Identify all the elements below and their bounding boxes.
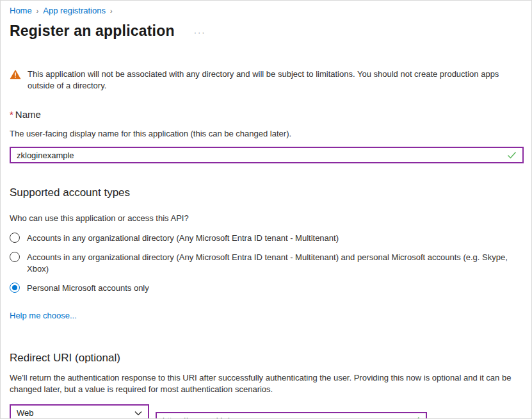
radio-option-label: Personal Microsoft accounts only — [27, 283, 149, 294]
platform-select-value: Web — [17, 408, 34, 418]
breadcrumb-home-link[interactable]: Home — [10, 6, 32, 16]
name-field-description: The user-facing display name for this ap… — [10, 129, 522, 139]
chevron-right-icon: › — [110, 6, 113, 16]
radio-option-multitenant-personal[interactable]: Accounts in any organizational directory… — [10, 252, 522, 275]
valid-check-icon — [507, 151, 517, 159]
warning-text: This application will not be associated … — [28, 69, 522, 92]
radio-option-multitenant[interactable]: Accounts in any organizational directory… — [10, 233, 522, 244]
register-application-page: Home › App registrations › Register an a… — [0, 0, 532, 419]
platform-select[interactable]: Web — [10, 404, 149, 419]
warning-banner: This application will not be associated … — [10, 69, 522, 92]
valid-check-icon — [410, 416, 420, 419]
chevron-down-icon — [134, 407, 142, 418]
radio-option-label: Accounts in any organizational directory… — [27, 252, 521, 275]
chevron-right-icon: › — [36, 6, 39, 16]
name-input-value: zkloginexample — [17, 151, 74, 160]
redirect-uri-value: https://www.sui.io/ — [163, 416, 229, 419]
required-asterisk: * — [10, 109, 13, 120]
name-input[interactable]: zkloginexample — [10, 147, 524, 163]
radio-button-icon[interactable] — [10, 252, 20, 262]
warning-triangle-icon — [10, 69, 21, 92]
redirect-uri-heading: Redirect URI (optional) — [10, 352, 522, 365]
redirect-uri-input[interactable]: https://www.sui.io/ — [156, 412, 427, 419]
radio-button-icon[interactable] — [10, 233, 20, 243]
name-field-label: *Name — [10, 109, 522, 120]
redirect-uri-description: We'll return the authentication response… — [10, 372, 522, 395]
radio-option-personal-only[interactable]: Personal Microsoft accounts only — [10, 283, 522, 294]
radio-button-selected-icon[interactable] — [10, 283, 20, 293]
supported-account-types-heading: Supported account types — [10, 186, 522, 199]
help-me-choose-link[interactable]: Help me choose... — [10, 311, 77, 320]
breadcrumb-app-registrations-link[interactable]: App registrations — [43, 6, 106, 16]
page-title: Register an application — [10, 22, 175, 40]
name-label-text: Name — [15, 109, 41, 120]
breadcrumb: Home › App registrations › — [10, 6, 522, 16]
radio-option-label: Accounts in any organizational directory… — [27, 233, 339, 244]
account-types-question: Who can use this application or access t… — [10, 213, 522, 224]
more-menu-icon[interactable]: ··· — [194, 28, 206, 37]
